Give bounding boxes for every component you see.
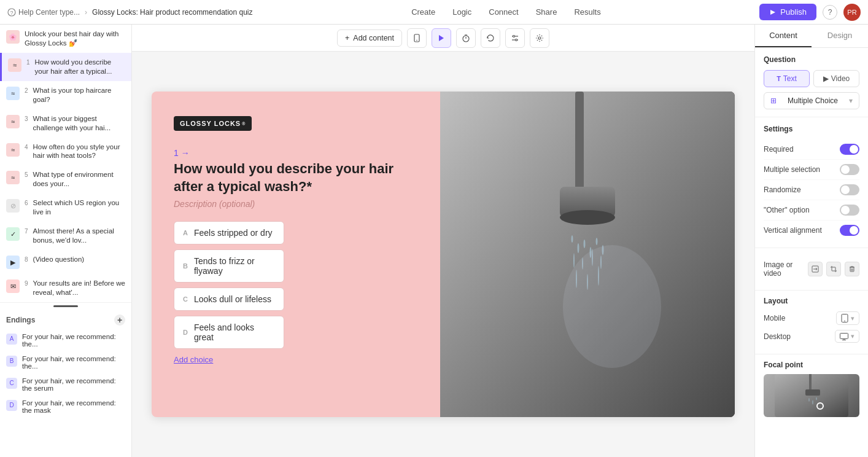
sidebar-item-6[interactable]: ⊘ 6 Select which US region you live in <box>0 193 131 222</box>
focal-point-section: Focal point <box>755 354 868 423</box>
right-panel: Content Design Question T Text ▶ Video ⊞… <box>754 25 868 457</box>
item4-icon: ≈ <box>6 143 20 157</box>
choice-d[interactable]: D Feels and looks great <box>174 316 284 349</box>
sidebar-item-9[interactable]: ✉ 9 Your results are in! Before we revea… <box>0 274 131 302</box>
sidebar: 🌸 Unlock your best hair day with Glossy … <box>0 25 132 457</box>
help-circle-icon[interactable]: ? <box>823 5 837 20</box>
other-option-row: "Other" option <box>764 200 859 221</box>
help-center-link[interactable]: ? Help Center type... <box>7 8 80 17</box>
text-type-button[interactable]: T Text <box>764 70 810 87</box>
nav-connect[interactable]: Connect <box>487 5 519 19</box>
randomize-toggle[interactable] <box>840 184 859 195</box>
ending-badge-d: D <box>6 400 17 411</box>
add-content-button[interactable]: + Add content <box>337 29 402 47</box>
mobile-icon <box>413 34 421 42</box>
nav-share[interactable]: Share <box>535 5 559 19</box>
item6-text: Select which US region you live in <box>33 198 125 217</box>
sidebar-item-5[interactable]: ≈ 5 What type of environment does your..… <box>0 165 131 193</box>
ending-text-d: For your hair, we recommend: the mask <box>22 399 125 414</box>
mc-label: Multiple Choice <box>788 96 838 105</box>
vertical-alignment-toggle[interactable] <box>840 225 859 236</box>
image-video-actions <box>808 262 859 276</box>
svg-point-12 <box>516 39 517 41</box>
svg-point-24 <box>573 253 575 268</box>
publish-button[interactable]: Publish <box>759 4 816 20</box>
timer-button[interactable] <box>456 28 476 48</box>
choice-a[interactable]: A Feels stripped or dry <box>174 221 284 244</box>
item7-icon: ✓ <box>6 227 20 241</box>
logo-reg: ® <box>242 122 246 126</box>
svg-point-31 <box>563 245 661 368</box>
sidebar-item-intro[interactable]: 🌸 Unlock your best hair day with Glossy … <box>0 25 131 53</box>
ending-text-a: For your hair, we recommend: the... <box>22 333 125 348</box>
choice-d-text: Feels and looks great <box>194 322 275 342</box>
add-content-label: Add content <box>353 34 394 42</box>
ending-item-a[interactable]: A For your hair, we recommend: the... <box>0 329 131 351</box>
choice-a-letter: A <box>183 229 188 236</box>
svg-text:?: ? <box>10 10 13 16</box>
video-type-button[interactable]: ▶ Video <box>813 70 859 87</box>
panel-tabs: Content Design <box>755 25 868 48</box>
choice-c[interactable]: C Looks dull or lifeless <box>174 287 284 311</box>
image-swap-button[interactable] <box>808 262 823 276</box>
choice-a-text: Feels stripped or dry <box>194 228 273 238</box>
focal-point-dot[interactable] <box>816 402 824 410</box>
add-ending-button[interactable]: + <box>114 314 125 326</box>
ending-item-b[interactable]: B For your hair, we recommend: the... <box>0 351 131 373</box>
svg-point-19 <box>578 243 579 253</box>
question-description[interactable]: Description (optional) <box>174 199 418 209</box>
sidebar-item-2[interactable]: ≈ 2 What is your top haircare goal? <box>0 81 131 109</box>
image-delete-button[interactable] <box>845 262 859 276</box>
settings-section: Settings Required Multiple selection Ran… <box>755 117 868 248</box>
nav-right: Publish ? PR <box>759 4 861 21</box>
text-icon: T <box>777 75 781 82</box>
item1-text: How would you describe your hair after a… <box>35 58 125 76</box>
sidebar-item-4[interactable]: ≈ 4 How often do you style your hair wit… <box>0 138 131 166</box>
toolbar: + Add content <box>132 25 754 52</box>
plus-icon: + <box>345 34 349 42</box>
crop-icon <box>830 265 837 273</box>
avatar-button[interactable]: PR <box>843 4 861 21</box>
mobile-layout-selector[interactable]: ▾ <box>836 311 859 325</box>
desktop-layout-label: Desktop <box>764 332 791 341</box>
item3-text: What is your biggest challenge with your… <box>33 114 125 133</box>
gear-button[interactable] <box>530 28 549 48</box>
sidebar-item-7[interactable]: ✓ 7 Almost there! As a special bonus, we… <box>0 222 131 250</box>
settings-sliders-button[interactable] <box>505 28 525 48</box>
nav-create[interactable]: Create <box>410 5 436 19</box>
sidebar-item-1[interactable]: ≈ 1 How would you describe your hair aft… <box>0 53 131 81</box>
choice-b[interactable]: B Tends to frizz or flyaway <box>174 249 284 283</box>
ending-item-d[interactable]: D For your hair, we recommend: the mask <box>0 396 131 418</box>
tab-content[interactable]: Content <box>755 25 812 47</box>
focal-point-title: Focal point <box>764 361 859 369</box>
refresh-button[interactable] <box>481 28 500 48</box>
multiple-choice-selector[interactable]: ⊞ Multiple Choice ▾ <box>764 92 859 109</box>
mobile-layout-icon <box>841 314 848 322</box>
nav-results[interactable]: Results <box>573 5 602 19</box>
add-choice-link[interactable]: Add choice <box>174 355 418 364</box>
focal-image[interactable] <box>764 374 859 417</box>
item8-text: (Video question) <box>33 255 85 264</box>
multiple-selection-toggle[interactable] <box>840 164 859 175</box>
sidebar-item-3[interactable]: ≈ 3 What is your biggest challenge with … <box>0 109 131 138</box>
svg-point-11 <box>513 35 515 37</box>
ending-item-c[interactable]: C For your hair, we recommend: the serum <box>0 373 131 396</box>
other-option-toggle[interactable] <box>840 205 859 216</box>
mobile-view-button[interactable] <box>407 28 427 48</box>
tab-design[interactable]: Design <box>812 25 868 47</box>
required-toggle[interactable] <box>840 144 859 155</box>
svg-point-44 <box>812 400 813 405</box>
item1-num: 1 <box>26 59 30 66</box>
vertical-alignment-label: Vertical alignment <box>764 226 822 235</box>
endings-header: Endings + <box>0 310 131 329</box>
breadcrumb-separator: › <box>85 8 87 17</box>
desktop-layout-selector[interactable]: ▾ <box>835 330 859 343</box>
sidebar-item-8[interactable]: ▶ 8 (Video question) <box>0 250 131 274</box>
scroll-track <box>0 303 131 310</box>
nav-logic[interactable]: Logic <box>451 5 473 19</box>
svg-rect-41 <box>809 374 812 391</box>
nav-center: Create Logic Connect Share Results <box>410 5 602 19</box>
image-crop-button[interactable] <box>826 262 841 276</box>
play-button[interactable] <box>432 28 451 48</box>
item2-text: What is your top haircare goal? <box>33 86 125 104</box>
